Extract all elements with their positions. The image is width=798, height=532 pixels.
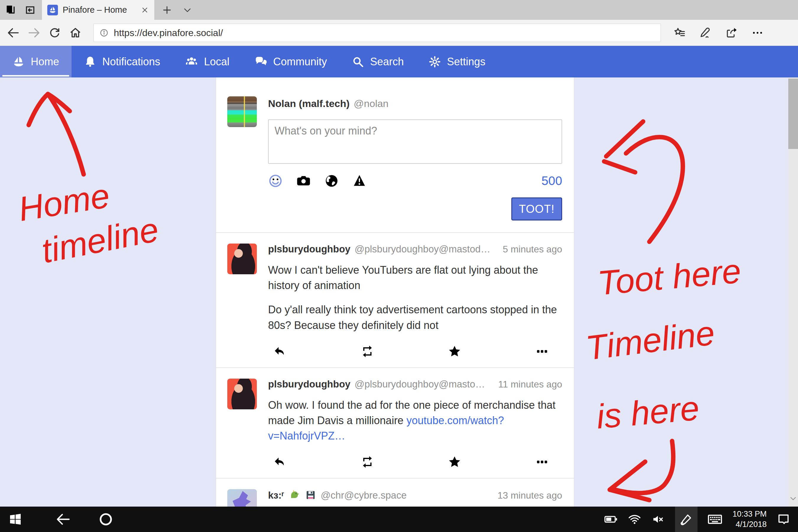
nav-item-home[interactable]: Home bbox=[0, 46, 72, 77]
floppy-disk-emoji bbox=[305, 490, 317, 501]
avatar[interactable] bbox=[227, 244, 257, 274]
status-text: Do y'all really think toy advertisement … bbox=[268, 302, 562, 333]
reply-icon[interactable] bbox=[273, 455, 287, 469]
compose-box: Nolan (malf.tech) @nolan 500 TOOT bbox=[216, 77, 574, 232]
browser-tab[interactable]: Pinafore – Home bbox=[42, 0, 154, 20]
taskbar-date: 4/1/2018 bbox=[733, 519, 767, 530]
dragon-emoji bbox=[288, 489, 301, 501]
tab-title: Pinafore – Home bbox=[63, 5, 136, 15]
wifi-icon[interactable] bbox=[628, 513, 641, 526]
status-display-name[interactable]: plsburydoughboy bbox=[268, 379, 350, 390]
touch-keyboard-icon[interactable] bbox=[707, 512, 722, 527]
start-button[interactable] bbox=[8, 512, 22, 526]
boost-icon[interactable] bbox=[360, 344, 375, 359]
nav-label: Local bbox=[204, 56, 229, 68]
web-note-icon[interactable] bbox=[695, 22, 716, 43]
emoji-picker-icon[interactable] bbox=[268, 173, 283, 188]
forward-button[interactable] bbox=[24, 22, 44, 43]
browser-toolbar bbox=[0, 20, 798, 46]
bell-icon bbox=[84, 56, 96, 68]
nav-item-local[interactable]: Local bbox=[173, 46, 242, 77]
set-tabs-aside-icon[interactable] bbox=[5, 4, 17, 16]
content-warning-icon[interactable] bbox=[352, 173, 367, 188]
new-tab-button[interactable] bbox=[154, 0, 180, 20]
more-menu-icon[interactable] bbox=[747, 22, 768, 43]
scrollbar-thumb[interactable] bbox=[788, 79, 798, 149]
avatar[interactable] bbox=[227, 96, 257, 127]
privacy-globe-icon[interactable] bbox=[324, 173, 339, 188]
page-content: Nolan (malf.tech) @nolan 500 TOOT bbox=[0, 77, 798, 507]
url-input[interactable] bbox=[113, 27, 655, 39]
nav-label: Notifications bbox=[102, 56, 160, 68]
status-handle: @plsburydoughboy@mastodon.s… bbox=[355, 379, 488, 390]
scrollbar-down-icon[interactable] bbox=[789, 494, 797, 502]
status-timestamp[interactable]: 5 minutes ago bbox=[496, 244, 562, 255]
nav-label: Community bbox=[273, 56, 327, 68]
char-count: 500 bbox=[542, 174, 562, 188]
taskbar: 10:33 PM 4/1/2018 bbox=[0, 507, 798, 532]
reply-icon[interactable] bbox=[273, 344, 287, 359]
status-timestamp[interactable]: 11 minutes ago bbox=[492, 379, 562, 390]
toot-button[interactable]: TOOT! bbox=[511, 197, 562, 221]
upload-media-icon[interactable] bbox=[296, 173, 311, 189]
status-display-name[interactable]: plsburydoughboy bbox=[268, 244, 350, 255]
status-item[interactable]: kз:ʳ @chr@cybre.space 13 minutes ago you… bbox=[216, 478, 574, 507]
action-center-icon[interactable] bbox=[777, 513, 790, 526]
windows-ink-icon[interactable] bbox=[675, 507, 698, 532]
address-bar[interactable] bbox=[93, 24, 661, 42]
tab-close-icon[interactable] bbox=[141, 6, 149, 14]
favorite-icon[interactable] bbox=[448, 455, 462, 469]
clock[interactable]: 10:33 PM 4/1/2018 bbox=[733, 509, 767, 530]
status-handle: @chr@cybre.space bbox=[321, 490, 407, 501]
avatar[interactable] bbox=[227, 489, 257, 507]
status-text: Oh wow. I found the ad for the one piece… bbox=[268, 398, 562, 444]
favorites-icon[interactable] bbox=[669, 22, 690, 43]
taskbar-back-button[interactable] bbox=[56, 512, 71, 527]
status-text: Wow I can't believe YouTubers are flat o… bbox=[268, 263, 562, 293]
status-display-name[interactable]: kз:ʳ bbox=[268, 490, 284, 501]
nav-item-notifications[interactable]: Notifications bbox=[72, 46, 173, 77]
scrollbar[interactable] bbox=[788, 77, 798, 507]
cortana-button[interactable] bbox=[98, 512, 114, 527]
status-item[interactable]: plsburydoughboy @plsburydoughboy@mastodo… bbox=[216, 233, 574, 367]
status-timestamp[interactable]: 13 minutes ago bbox=[491, 490, 562, 501]
nav-label: Settings bbox=[447, 56, 485, 68]
battery-icon[interactable] bbox=[604, 513, 618, 526]
nav-item-community[interactable]: Community bbox=[242, 46, 339, 77]
nav-label: Home bbox=[31, 56, 59, 68]
share-icon[interactable] bbox=[721, 22, 742, 43]
more-options-icon[interactable] bbox=[535, 455, 549, 469]
compose-handle: @nolan bbox=[354, 98, 389, 109]
taskbar-time: 10:33 PM bbox=[733, 509, 767, 519]
avatar[interactable] bbox=[227, 379, 257, 409]
nav-item-search[interactable]: Search bbox=[339, 46, 416, 77]
volume-muted-icon[interactable] bbox=[651, 513, 665, 526]
pinafore-favicon-icon bbox=[47, 5, 58, 15]
nav-label: Search bbox=[370, 56, 404, 68]
site-info-icon[interactable] bbox=[100, 28, 109, 37]
sailboat-icon bbox=[13, 56, 25, 68]
more-options-icon[interactable] bbox=[535, 344, 549, 359]
pinafore-nav: Home Notifications Local Community Searc… bbox=[0, 46, 798, 77]
browser-tab-strip: Pinafore – Home bbox=[0, 0, 798, 20]
tab-list-chevron-icon[interactable] bbox=[180, 0, 195, 20]
nav-item-settings[interactable]: Settings bbox=[416, 46, 498, 77]
search-icon bbox=[352, 56, 364, 68]
status-item[interactable]: plsburydoughboy @plsburydoughboy@mastodo… bbox=[216, 368, 574, 478]
refresh-button[interactable] bbox=[44, 22, 65, 43]
compose-input[interactable] bbox=[268, 119, 562, 164]
boost-icon[interactable] bbox=[360, 455, 375, 469]
people-icon bbox=[185, 55, 198, 68]
timeline-column: Nolan (malf.tech) @nolan 500 TOOT bbox=[216, 77, 574, 507]
compose-display-name: Nolan (malf.tech) bbox=[268, 98, 350, 109]
home-button[interactable] bbox=[65, 22, 86, 43]
status-handle: @plsburydoughboy@mastodon.so… bbox=[355, 244, 492, 255]
favorite-icon[interactable] bbox=[448, 344, 462, 359]
back-button[interactable] bbox=[3, 22, 24, 43]
chat-bubbles-icon bbox=[254, 55, 267, 68]
dragon-avatar-art bbox=[227, 489, 257, 507]
tabs-preview-icon[interactable] bbox=[24, 4, 36, 16]
screen: Pinafore – Home Home Notifications bbox=[0, 0, 798, 532]
gear-icon bbox=[429, 56, 441, 68]
